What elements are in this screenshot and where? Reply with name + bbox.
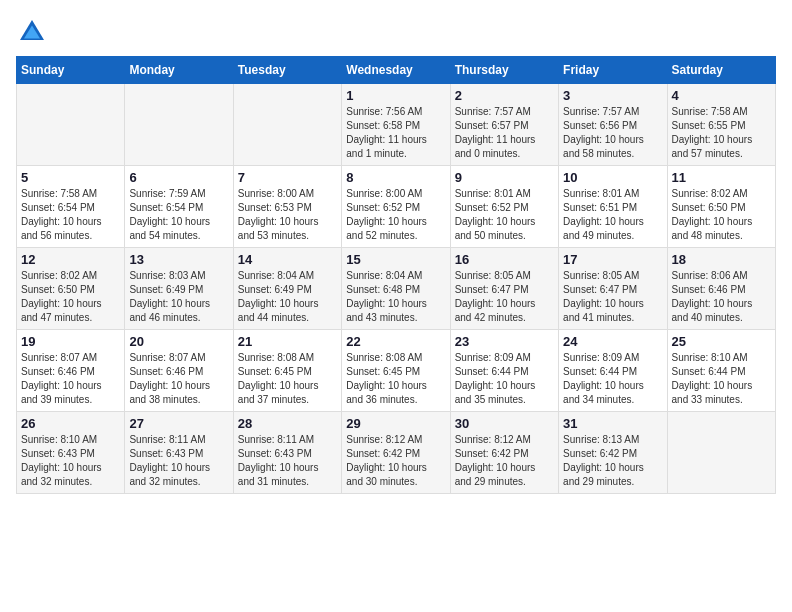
day-info: Sunrise: 8:07 AMSunset: 6:46 PMDaylight:…: [21, 351, 120, 407]
calendar-cell: 27Sunrise: 8:11 AMSunset: 6:43 PMDayligh…: [125, 412, 233, 494]
calendar-header: SundayMondayTuesdayWednesdayThursdayFrid…: [17, 57, 776, 84]
day-info: Sunrise: 8:10 AMSunset: 6:44 PMDaylight:…: [672, 351, 771, 407]
day-number: 25: [672, 334, 771, 349]
header-thursday: Thursday: [450, 57, 558, 84]
header-wednesday: Wednesday: [342, 57, 450, 84]
day-number: 22: [346, 334, 445, 349]
day-info: Sunrise: 8:09 AMSunset: 6:44 PMDaylight:…: [563, 351, 662, 407]
calendar-cell: [233, 84, 341, 166]
day-info: Sunrise: 8:08 AMSunset: 6:45 PMDaylight:…: [238, 351, 337, 407]
day-number: 10: [563, 170, 662, 185]
day-info: Sunrise: 7:56 AMSunset: 6:58 PMDaylight:…: [346, 105, 445, 161]
day-info: Sunrise: 8:11 AMSunset: 6:43 PMDaylight:…: [238, 433, 337, 489]
day-number: 28: [238, 416, 337, 431]
day-number: 31: [563, 416, 662, 431]
calendar-cell: 11Sunrise: 8:02 AMSunset: 6:50 PMDayligh…: [667, 166, 775, 248]
day-number: 11: [672, 170, 771, 185]
day-info: Sunrise: 8:07 AMSunset: 6:46 PMDaylight:…: [129, 351, 228, 407]
day-number: 1: [346, 88, 445, 103]
logo-icon: [16, 16, 48, 48]
day-number: 15: [346, 252, 445, 267]
calendar-week-3: 12Sunrise: 8:02 AMSunset: 6:50 PMDayligh…: [17, 248, 776, 330]
day-info: Sunrise: 8:02 AMSunset: 6:50 PMDaylight:…: [21, 269, 120, 325]
day-info: Sunrise: 7:57 AMSunset: 6:56 PMDaylight:…: [563, 105, 662, 161]
calendar-cell: 3Sunrise: 7:57 AMSunset: 6:56 PMDaylight…: [559, 84, 667, 166]
calendar-cell: 9Sunrise: 8:01 AMSunset: 6:52 PMDaylight…: [450, 166, 558, 248]
calendar-week-2: 5Sunrise: 7:58 AMSunset: 6:54 PMDaylight…: [17, 166, 776, 248]
calendar-table: SundayMondayTuesdayWednesdayThursdayFrid…: [16, 56, 776, 494]
day-info: Sunrise: 8:09 AMSunset: 6:44 PMDaylight:…: [455, 351, 554, 407]
calendar-cell: 28Sunrise: 8:11 AMSunset: 6:43 PMDayligh…: [233, 412, 341, 494]
day-info: Sunrise: 8:03 AMSunset: 6:49 PMDaylight:…: [129, 269, 228, 325]
calendar-cell: 7Sunrise: 8:00 AMSunset: 6:53 PMDaylight…: [233, 166, 341, 248]
day-number: 4: [672, 88, 771, 103]
calendar-cell: 21Sunrise: 8:08 AMSunset: 6:45 PMDayligh…: [233, 330, 341, 412]
calendar-cell: 12Sunrise: 8:02 AMSunset: 6:50 PMDayligh…: [17, 248, 125, 330]
day-number: 12: [21, 252, 120, 267]
day-number: 29: [346, 416, 445, 431]
calendar-cell: 31Sunrise: 8:13 AMSunset: 6:42 PMDayligh…: [559, 412, 667, 494]
calendar-week-5: 26Sunrise: 8:10 AMSunset: 6:43 PMDayligh…: [17, 412, 776, 494]
calendar-cell: 13Sunrise: 8:03 AMSunset: 6:49 PMDayligh…: [125, 248, 233, 330]
day-info: Sunrise: 8:11 AMSunset: 6:43 PMDaylight:…: [129, 433, 228, 489]
calendar-cell: 17Sunrise: 8:05 AMSunset: 6:47 PMDayligh…: [559, 248, 667, 330]
calendar-cell: 5Sunrise: 7:58 AMSunset: 6:54 PMDaylight…: [17, 166, 125, 248]
header-friday: Friday: [559, 57, 667, 84]
header: [16, 16, 776, 48]
calendar-cell: 26Sunrise: 8:10 AMSunset: 6:43 PMDayligh…: [17, 412, 125, 494]
calendar-cell: 2Sunrise: 7:57 AMSunset: 6:57 PMDaylight…: [450, 84, 558, 166]
day-info: Sunrise: 7:57 AMSunset: 6:57 PMDaylight:…: [455, 105, 554, 161]
header-sunday: Sunday: [17, 57, 125, 84]
day-number: 6: [129, 170, 228, 185]
calendar-week-4: 19Sunrise: 8:07 AMSunset: 6:46 PMDayligh…: [17, 330, 776, 412]
day-info: Sunrise: 7:58 AMSunset: 6:54 PMDaylight:…: [21, 187, 120, 243]
day-info: Sunrise: 8:12 AMSunset: 6:42 PMDaylight:…: [455, 433, 554, 489]
day-number: 14: [238, 252, 337, 267]
day-number: 20: [129, 334, 228, 349]
day-info: Sunrise: 7:59 AMSunset: 6:54 PMDaylight:…: [129, 187, 228, 243]
day-number: 21: [238, 334, 337, 349]
calendar-week-1: 1Sunrise: 7:56 AMSunset: 6:58 PMDaylight…: [17, 84, 776, 166]
day-info: Sunrise: 8:00 AMSunset: 6:52 PMDaylight:…: [346, 187, 445, 243]
calendar-cell: 1Sunrise: 7:56 AMSunset: 6:58 PMDaylight…: [342, 84, 450, 166]
calendar-cell: 25Sunrise: 8:10 AMSunset: 6:44 PMDayligh…: [667, 330, 775, 412]
day-info: Sunrise: 8:06 AMSunset: 6:46 PMDaylight:…: [672, 269, 771, 325]
calendar-cell: 14Sunrise: 8:04 AMSunset: 6:49 PMDayligh…: [233, 248, 341, 330]
day-info: Sunrise: 7:58 AMSunset: 6:55 PMDaylight:…: [672, 105, 771, 161]
day-number: 3: [563, 88, 662, 103]
header-row: SundayMondayTuesdayWednesdayThursdayFrid…: [17, 57, 776, 84]
day-info: Sunrise: 8:04 AMSunset: 6:48 PMDaylight:…: [346, 269, 445, 325]
calendar-cell: 16Sunrise: 8:05 AMSunset: 6:47 PMDayligh…: [450, 248, 558, 330]
day-number: 26: [21, 416, 120, 431]
day-number: 17: [563, 252, 662, 267]
day-info: Sunrise: 8:13 AMSunset: 6:42 PMDaylight:…: [563, 433, 662, 489]
calendar-cell: 19Sunrise: 8:07 AMSunset: 6:46 PMDayligh…: [17, 330, 125, 412]
logo: [16, 16, 52, 48]
day-info: Sunrise: 8:04 AMSunset: 6:49 PMDaylight:…: [238, 269, 337, 325]
day-info: Sunrise: 8:01 AMSunset: 6:51 PMDaylight:…: [563, 187, 662, 243]
calendar-cell: [667, 412, 775, 494]
day-number: 8: [346, 170, 445, 185]
calendar-cell: 24Sunrise: 8:09 AMSunset: 6:44 PMDayligh…: [559, 330, 667, 412]
day-info: Sunrise: 8:05 AMSunset: 6:47 PMDaylight:…: [455, 269, 554, 325]
day-info: Sunrise: 8:10 AMSunset: 6:43 PMDaylight:…: [21, 433, 120, 489]
day-number: 19: [21, 334, 120, 349]
day-number: 23: [455, 334, 554, 349]
day-info: Sunrise: 8:05 AMSunset: 6:47 PMDaylight:…: [563, 269, 662, 325]
day-number: 7: [238, 170, 337, 185]
calendar-cell: 29Sunrise: 8:12 AMSunset: 6:42 PMDayligh…: [342, 412, 450, 494]
calendar-cell: 18Sunrise: 8:06 AMSunset: 6:46 PMDayligh…: [667, 248, 775, 330]
calendar-cell: 23Sunrise: 8:09 AMSunset: 6:44 PMDayligh…: [450, 330, 558, 412]
day-number: 5: [21, 170, 120, 185]
day-info: Sunrise: 8:08 AMSunset: 6:45 PMDaylight:…: [346, 351, 445, 407]
calendar-cell: 8Sunrise: 8:00 AMSunset: 6:52 PMDaylight…: [342, 166, 450, 248]
calendar-cell: [125, 84, 233, 166]
day-number: 27: [129, 416, 228, 431]
day-number: 13: [129, 252, 228, 267]
calendar-cell: 20Sunrise: 8:07 AMSunset: 6:46 PMDayligh…: [125, 330, 233, 412]
calendar-cell: 4Sunrise: 7:58 AMSunset: 6:55 PMDaylight…: [667, 84, 775, 166]
header-saturday: Saturday: [667, 57, 775, 84]
calendar-cell: 10Sunrise: 8:01 AMSunset: 6:51 PMDayligh…: [559, 166, 667, 248]
day-number: 24: [563, 334, 662, 349]
calendar-cell: [17, 84, 125, 166]
